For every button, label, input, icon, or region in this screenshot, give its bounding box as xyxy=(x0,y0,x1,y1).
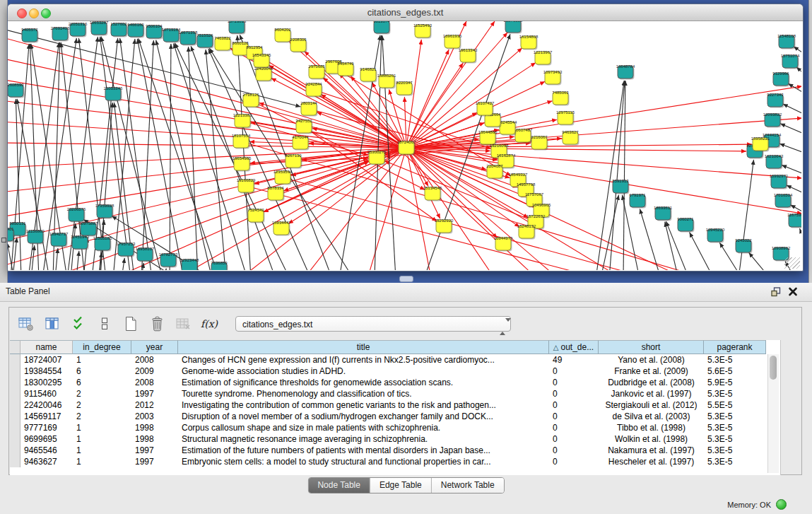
graph-node[interactable]: 9242844 xyxy=(305,82,322,98)
graph-node[interactable]: 12213967 xyxy=(534,50,553,66)
graph-edge[interactable] xyxy=(596,81,624,270)
graph-node[interactable]: 13292920 xyxy=(435,218,454,234)
graph-node[interactable]: 13942737 xyxy=(49,232,69,247)
column-header[interactable]: pagerank xyxy=(704,340,766,354)
graph-node[interactable]: 15885201 xyxy=(377,74,396,89)
graph-node[interactable]: 17359928 xyxy=(95,204,114,219)
table-cell[interactable]: 1 xyxy=(73,422,131,433)
graph-node[interactable]: 19654985 xyxy=(233,156,252,172)
graph-node[interactable]: 11525493 xyxy=(413,23,433,39)
graph-node[interactable]: 15248132 xyxy=(517,224,536,240)
table-cell[interactable]: Wolkin et al. (1998) xyxy=(599,433,704,445)
graph-node[interactable]: 8267130 xyxy=(285,153,302,169)
node-table-settings-button[interactable] xyxy=(18,315,35,332)
table-cell[interactable]: 9699695 xyxy=(20,433,73,445)
table-cell[interactable]: 0 xyxy=(549,411,599,422)
graph-edge[interactable] xyxy=(800,228,802,235)
table-selector[interactable]: citations_edges.txt xyxy=(235,316,511,332)
graph-node[interactable]: 11451943 xyxy=(71,235,90,250)
graph-node[interactable]: 17957253 xyxy=(117,242,136,257)
table-cell[interactable]: 1 xyxy=(73,456,131,467)
graph-node[interactable]: 8220347 xyxy=(396,81,413,96)
graph-node[interactable]: 8454749 xyxy=(337,62,354,77)
table-cell[interactable]: Changes of HCN gene expression and I(f) … xyxy=(178,354,549,366)
window-titlebar[interactable]: citations_edges.txt xyxy=(8,4,803,21)
table-cell[interactable]: Jankovic et al. (1997) xyxy=(599,388,704,399)
table-cell[interactable]: Disruption of a novel member of a sodium… xyxy=(178,411,549,422)
table-cell[interactable]: 5.3E-5 xyxy=(704,354,766,366)
close-window-button[interactable] xyxy=(17,8,27,18)
table-cell[interactable]: 1998 xyxy=(131,422,178,433)
graph-edge[interactable] xyxy=(749,252,770,270)
table-cell[interactable]: Structural magnetic resonance image aver… xyxy=(178,433,549,445)
graph-node[interactable]: 16648784 xyxy=(616,64,635,80)
graph-node[interactable]: 1527602 xyxy=(110,22,127,37)
table-cell[interactable]: 9465546 xyxy=(20,445,73,456)
table-cell[interactable]: 9115460 xyxy=(20,388,73,399)
graph-edge[interactable] xyxy=(55,248,58,270)
graph-node[interactable]: 30975887 xyxy=(79,221,98,237)
graph-node[interactable]: 16961936 xyxy=(443,34,462,49)
table-row[interactable]: 1872400712008Changes of HCN gene express… xyxy=(10,354,780,366)
table-cell[interactable]: Investigating the contribution of common… xyxy=(178,399,549,411)
zoom-window-button[interactable] xyxy=(41,8,51,18)
table-cell[interactable]: 18724007 xyxy=(20,354,73,366)
table-cell[interactable]: 22420046 xyxy=(20,399,73,411)
table-cell[interactable]: Nakamura et al. (1997) xyxy=(599,445,704,456)
graph-edge[interactable] xyxy=(406,86,801,148)
graph-node[interactable]: 12923448 xyxy=(180,258,199,270)
table-cell[interactable]: Tourette syndrome. Phenomenology and cla… xyxy=(178,388,549,399)
graph-edge[interactable] xyxy=(16,99,21,270)
tab-node-table[interactable]: Node Table xyxy=(308,478,370,493)
table-cell[interactable]: 5.3E-5 xyxy=(704,422,766,433)
column-header[interactable]: in_degree xyxy=(73,340,131,354)
table-cell[interactable]: 6 xyxy=(73,377,131,388)
table-cell[interactable]: 1 xyxy=(73,445,131,456)
graph-edge[interactable] xyxy=(164,269,166,270)
graph-edge[interactable] xyxy=(601,195,619,270)
table-cell[interactable]: Corpus callosum shape and size in male p… xyxy=(178,422,549,433)
graph-edge[interactable] xyxy=(406,49,449,148)
graph-edge[interactable] xyxy=(783,104,801,113)
table-cell[interactable]: Embryonic stem cells: a model to study s… xyxy=(178,456,549,467)
table-cell[interactable]: 49 xyxy=(549,354,599,366)
graph-node[interactable]: 17016504 xyxy=(774,193,793,209)
table-cell[interactable]: 1 xyxy=(73,433,131,445)
graph-node[interactable]: 8604202 xyxy=(274,28,291,43)
table-cell[interactable]: 9463627 xyxy=(20,456,73,467)
graph-edge[interactable] xyxy=(787,185,801,192)
graph-node[interactable]: 18107554 xyxy=(232,134,251,149)
graph-node[interactable]: 2718126 xyxy=(242,93,259,108)
network-graph[interactable]: 9405572276914062205131610653287152760264… xyxy=(8,21,801,270)
column-header[interactable]: name xyxy=(20,340,73,354)
graph-edge[interactable] xyxy=(623,81,625,270)
graph-edge[interactable] xyxy=(739,160,754,270)
graph-node[interactable]: 15134545 xyxy=(423,186,442,201)
table-row[interactable]: 2242004622012Investigating the contribut… xyxy=(10,399,780,411)
graph-node[interactable]: 9129966 xyxy=(772,71,789,87)
select-all-button[interactable] xyxy=(70,315,87,332)
table-row[interactable]: 946554611997Estimation of the future num… xyxy=(10,445,780,456)
table-cell[interactable]: 6 xyxy=(73,366,131,377)
table-cell[interactable]: 2009 xyxy=(131,366,178,377)
graph-node[interactable]: 15751074 xyxy=(781,54,800,69)
table-cell[interactable]: 0 xyxy=(549,422,599,433)
graph-node[interactable]: 6466160 xyxy=(127,23,144,38)
table-cell[interactable]: 5.6E-5 xyxy=(704,366,766,377)
graph-node[interactable]: 2803144 xyxy=(300,101,317,117)
table-cell[interactable]: 0 xyxy=(549,445,599,456)
graph-node[interactable]: 27691406 xyxy=(51,26,70,42)
graph-node[interactable]: 8591913 xyxy=(612,179,629,194)
table-cell[interactable]: 0 xyxy=(549,399,599,411)
table-cell[interactable]: 14569117 xyxy=(20,411,73,422)
graph-edge[interactable] xyxy=(406,148,801,178)
table-cell[interactable]: 0 xyxy=(549,377,599,388)
graph-node[interactable]: 18724007 xyxy=(397,140,416,156)
function-builder-button[interactable]: f(x) xyxy=(201,315,218,332)
column-header[interactable]: short xyxy=(599,340,704,354)
graph-node[interactable]: 12093822 xyxy=(763,112,782,128)
graph-node[interactable]: 3427552 xyxy=(295,119,312,134)
graph-node[interactable]: 16934447 xyxy=(272,221,291,236)
panel-handle-icon[interactable] xyxy=(1,238,6,243)
table-cell[interactable]: Tibbo et al. (1998) xyxy=(599,422,704,433)
